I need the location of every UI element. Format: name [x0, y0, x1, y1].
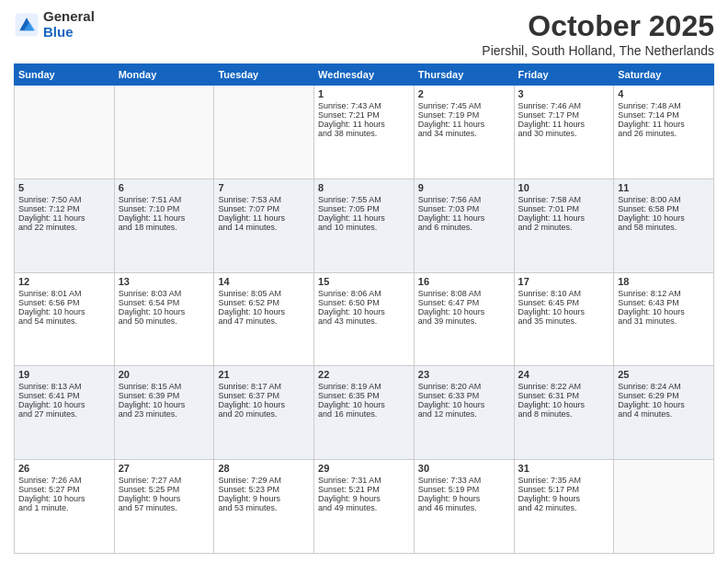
day-info: Sunset: 6:33 PM: [418, 391, 510, 400]
day-info: Sunset: 5:27 PM: [18, 485, 110, 494]
day-info: Sunset: 6:43 PM: [618, 298, 710, 307]
day-info: Sunset: 6:45 PM: [518, 298, 610, 307]
day-info: Sunrise: 8:17 AM: [218, 382, 310, 391]
table-row: 10Sunrise: 7:58 AMSunset: 7:01 PMDayligh…: [514, 178, 614, 272]
day-info: Sunset: 6:31 PM: [518, 391, 610, 400]
day-info: Daylight: 10 hours: [18, 400, 110, 409]
col-tuesday: Tuesday: [214, 64, 314, 86]
day-info: Sunset: 7:03 PM: [418, 204, 510, 213]
day-info: Sunset: 7:21 PM: [318, 110, 410, 120]
day-info: Sunrise: 8:15 AM: [119, 382, 210, 391]
day-info: Sunset: 6:35 PM: [318, 391, 410, 400]
day-info: and 16 minutes.: [318, 409, 410, 419]
location: Piershil, South Holland, The Netherlands: [482, 43, 714, 58]
day-info: Sunset: 7:17 PM: [518, 110, 610, 120]
calendar-header-row: Sunday Monday Tuesday Wednesday Thursday…: [15, 64, 714, 86]
day-number: 21: [218, 369, 310, 380]
day-info: Sunset: 7:10 PM: [119, 204, 210, 213]
table-row: 18Sunrise: 8:12 AMSunset: 6:43 PMDayligh…: [614, 272, 714, 366]
calendar-week-2: 5Sunrise: 7:50 AMSunset: 7:12 PMDaylight…: [15, 178, 714, 272]
day-info: Daylight: 9 hours: [218, 494, 310, 503]
table-row: 13Sunrise: 8:03 AMSunset: 6:54 PMDayligh…: [114, 272, 214, 366]
day-number: 29: [318, 463, 410, 474]
day-number: 31: [518, 463, 610, 474]
table-row: 16Sunrise: 8:08 AMSunset: 6:47 PMDayligh…: [414, 272, 514, 366]
day-info: Sunset: 7:07 PM: [218, 204, 310, 213]
day-info: Sunrise: 7:51 AM: [119, 195, 210, 204]
calendar-week-3: 12Sunrise: 8:01 AMSunset: 6:56 PMDayligh…: [15, 272, 714, 366]
day-info: Daylight: 9 hours: [418, 494, 510, 503]
day-info: Sunrise: 7:48 AM: [618, 101, 710, 110]
day-info: Daylight: 10 hours: [418, 307, 510, 316]
day-info: Sunrise: 8:24 AM: [618, 382, 710, 391]
day-info: Sunrise: 8:22 AM: [518, 382, 610, 391]
day-info: Daylight: 11 hours: [418, 120, 510, 129]
logo-blue-text: Blue: [43, 25, 95, 40]
day-info: and 12 minutes.: [418, 409, 510, 419]
day-info: Sunset: 5:17 PM: [518, 485, 610, 494]
month-title: October 2025: [482, 9, 714, 43]
day-number: 14: [218, 276, 310, 287]
day-info: and 54 minutes.: [18, 316, 110, 326]
day-info: Sunset: 7:01 PM: [518, 204, 610, 213]
calendar-week-4: 19Sunrise: 8:13 AMSunset: 6:41 PMDayligh…: [15, 366, 714, 460]
page: General Blue October 2025 Piershil, Sout…: [0, 0, 728, 563]
day-number: 26: [18, 463, 110, 474]
col-friday: Friday: [514, 64, 614, 86]
day-info: Daylight: 10 hours: [318, 307, 410, 316]
day-info: and 53 minutes.: [218, 503, 310, 512]
day-info: Sunrise: 8:06 AM: [318, 289, 410, 298]
day-info: and 22 minutes.: [18, 223, 110, 232]
day-number: 8: [318, 182, 410, 193]
logo-general-text: General: [43, 9, 95, 25]
day-info: Sunrise: 8:01 AM: [18, 289, 110, 298]
table-row: 26Sunrise: 7:26 AMSunset: 5:27 PMDayligh…: [15, 460, 115, 554]
day-number: 25: [618, 369, 710, 380]
day-number: 11: [618, 182, 710, 193]
day-info: and 58 minutes.: [618, 223, 710, 232]
day-info: and 23 minutes.: [119, 409, 210, 419]
day-info: and 57 minutes.: [119, 503, 210, 512]
table-row: 7Sunrise: 7:53 AMSunset: 7:07 PMDaylight…: [214, 178, 314, 272]
day-info: Sunrise: 8:20 AM: [418, 382, 510, 391]
calendar-week-1: 1Sunrise: 7:43 AMSunset: 7:21 PMDaylight…: [15, 86, 714, 179]
day-info: Daylight: 11 hours: [318, 213, 410, 223]
table-row: 20Sunrise: 8:15 AMSunset: 6:39 PMDayligh…: [114, 366, 214, 460]
logo-text: General Blue: [43, 9, 95, 40]
day-info: Sunset: 5:23 PM: [218, 485, 310, 494]
day-info: and 6 minutes.: [418, 223, 510, 232]
day-number: 24: [518, 369, 610, 380]
day-info: and 10 minutes.: [318, 223, 410, 232]
day-number: 15: [318, 276, 410, 287]
logo-icon: [14, 12, 40, 38]
day-info: and 31 minutes.: [618, 316, 710, 326]
day-info: and 26 minutes.: [618, 129, 710, 138]
day-info: Daylight: 10 hours: [318, 400, 410, 409]
table-row: 19Sunrise: 8:13 AMSunset: 6:41 PMDayligh…: [15, 366, 115, 460]
header: General Blue October 2025 Piershil, Sout…: [14, 9, 714, 58]
day-info: Sunset: 6:54 PM: [119, 298, 210, 307]
day-number: 6: [119, 182, 210, 193]
day-number: 12: [18, 276, 110, 287]
day-number: 22: [318, 369, 410, 380]
day-info: Sunset: 6:39 PM: [119, 391, 210, 400]
table-row: 1Sunrise: 7:43 AMSunset: 7:21 PMDaylight…: [314, 86, 415, 179]
day-info: Daylight: 10 hours: [618, 213, 710, 223]
day-info: Daylight: 10 hours: [218, 307, 310, 316]
table-row: 8Sunrise: 7:55 AMSunset: 7:05 PMDaylight…: [314, 178, 415, 272]
day-info: Sunrise: 8:08 AM: [418, 289, 510, 298]
day-info: and 4 minutes.: [618, 409, 710, 419]
table-row: 27Sunrise: 7:27 AMSunset: 5:25 PMDayligh…: [114, 460, 214, 554]
day-number: 1: [318, 88, 410, 99]
day-info: Sunrise: 7:26 AM: [18, 476, 110, 485]
day-number: 4: [618, 88, 710, 99]
day-info: Sunset: 5:21 PM: [318, 485, 410, 494]
day-info: Sunset: 6:37 PM: [218, 391, 310, 400]
table-row: 28Sunrise: 7:29 AMSunset: 5:23 PMDayligh…: [214, 460, 314, 554]
day-info: Sunrise: 7:56 AM: [418, 195, 510, 204]
day-info: Daylight: 10 hours: [418, 400, 510, 409]
day-info: Sunrise: 7:29 AM: [218, 476, 310, 485]
table-row: 25Sunrise: 8:24 AMSunset: 6:29 PMDayligh…: [614, 366, 714, 460]
col-thursday: Thursday: [414, 64, 514, 86]
day-info: and 50 minutes.: [119, 316, 210, 326]
